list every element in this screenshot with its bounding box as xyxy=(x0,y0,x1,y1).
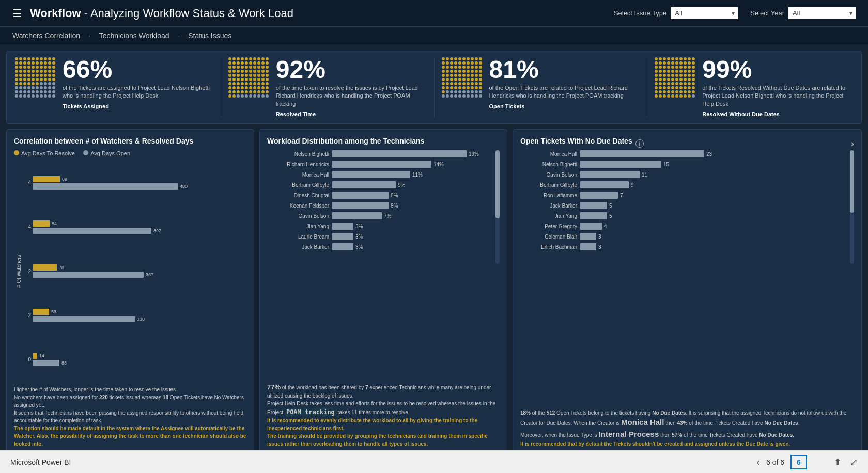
kpi-dot xyxy=(467,86,470,89)
right-bar-label-3: Bertram Gilfoyle xyxy=(520,182,577,188)
kpi-dot xyxy=(462,78,466,81)
kpi-dot xyxy=(684,57,687,60)
kpi-dot xyxy=(454,74,457,77)
kpi-dot xyxy=(458,86,461,89)
kpi-dot xyxy=(467,61,470,65)
hamburger-icon[interactable]: ☰ xyxy=(12,7,22,20)
kpi-pct-0: 66% xyxy=(63,57,213,82)
kpi-dot xyxy=(249,57,252,60)
right-scrollbar[interactable] xyxy=(850,150,854,264)
kpi-dot xyxy=(475,61,478,65)
kpi-dot xyxy=(663,74,666,77)
mid-bar-label-1: Richard Hendricks xyxy=(267,162,329,167)
kpi-dot xyxy=(233,70,236,73)
kpi-dot xyxy=(475,90,478,93)
kpi-dot xyxy=(671,82,674,85)
kpi-dot xyxy=(692,86,695,89)
issue-type-select[interactable]: All xyxy=(671,7,738,19)
kpi-dot xyxy=(442,82,445,85)
issue-type-select-wrapper[interactable]: All xyxy=(671,7,738,19)
mid-bar-row-8: Laurie Bream 3% xyxy=(267,233,491,240)
kpi-dot xyxy=(32,66,35,69)
kpi-dot xyxy=(36,74,39,77)
mid-bar-label-5: Keenan Feldspar xyxy=(267,203,329,209)
bar-gray-3 xyxy=(33,316,135,322)
nav-watchers[interactable]: Watchers Correlation xyxy=(12,31,80,40)
kpi-dot xyxy=(23,82,26,85)
kpi-dot xyxy=(257,86,260,89)
kpi-dot xyxy=(27,78,30,81)
right-bar-4 xyxy=(580,192,618,199)
kpi-dot xyxy=(446,86,449,89)
kpi-dot xyxy=(659,78,662,81)
kpi-dot xyxy=(257,57,260,60)
kpi-item-1: 92% of the time taken to resolve the iss… xyxy=(228,57,427,117)
kpi-dot xyxy=(261,70,265,73)
bar-gray-val-2: 367 xyxy=(146,272,158,277)
kpi-dot xyxy=(253,78,256,81)
right-bar-row-4: Ron Laflamme 7 xyxy=(520,192,846,199)
kpi-dot xyxy=(462,61,466,65)
kpi-dot xyxy=(19,94,22,98)
mid-bar-8 xyxy=(332,233,353,240)
mid-bar-val-7: 3% xyxy=(355,224,363,229)
kpi-dot xyxy=(228,86,231,89)
kpi-dot xyxy=(36,61,39,65)
right-bar-wrap-9: 3 xyxy=(580,243,846,250)
kpi-dot xyxy=(688,90,691,93)
kpi-divider-1 xyxy=(434,57,435,117)
right-panel: Open Tickets With No Due Dates i › Monic… xyxy=(513,129,862,450)
kpi-dot xyxy=(671,57,674,60)
mid-bar-wrap-7: 3% xyxy=(332,223,491,230)
kpi-dot xyxy=(228,57,231,60)
kpi-dot xyxy=(684,86,687,89)
kpi-dot xyxy=(675,66,678,69)
kpi-dot xyxy=(462,70,466,73)
bar-group-2: 78 367 xyxy=(33,264,246,278)
kpi-dot xyxy=(446,57,449,60)
kpi-dot xyxy=(245,82,248,85)
info-icon[interactable]: i xyxy=(636,139,644,148)
kpi-dot xyxy=(261,90,265,93)
mid-bar-5 xyxy=(332,202,389,209)
mid-scrollbar[interactable] xyxy=(495,150,500,264)
kpi-dot xyxy=(655,82,658,85)
kpi-dot xyxy=(675,57,678,60)
bar-gold-val-0: 89 xyxy=(62,177,74,182)
kpi-dot xyxy=(667,61,670,65)
bar-gold-row-4: 14 xyxy=(33,353,246,359)
kpi-dot xyxy=(663,57,666,60)
right-bar-label-7: Peter Gregory xyxy=(520,224,577,229)
kpi-dot xyxy=(32,94,35,98)
kpi-dot xyxy=(675,70,678,73)
kpi-dot xyxy=(44,66,47,69)
kpi-dot xyxy=(27,66,30,69)
kpi-dot xyxy=(27,90,30,93)
kpi-dot xyxy=(249,61,252,65)
kpi-dot xyxy=(663,86,666,89)
kpi-dot xyxy=(15,82,18,85)
kpi-dot xyxy=(253,66,256,69)
prev-page-button[interactable]: ‹ xyxy=(756,456,760,468)
kpi-dot xyxy=(462,82,466,85)
kpi-dot xyxy=(237,66,240,69)
nav-status[interactable]: Status Issues xyxy=(188,31,231,40)
mid-highlight2: The training should be provided by group… xyxy=(267,433,488,447)
kpi-dot xyxy=(228,74,231,77)
kpi-dot xyxy=(15,66,18,69)
year-select[interactable]: All xyxy=(788,7,856,19)
year-select-wrapper[interactable]: All xyxy=(788,7,856,19)
kpi-dot xyxy=(692,57,695,60)
kpi-dot xyxy=(241,86,244,89)
expand-icon[interactable]: ⤢ xyxy=(850,456,858,468)
share-icon[interactable]: ⬆ xyxy=(834,456,842,468)
nav-technicians[interactable]: Technicians Workload xyxy=(99,31,169,40)
chevron-right-icon[interactable]: › xyxy=(851,138,854,149)
kpi-dot xyxy=(15,61,18,65)
kpi-dot xyxy=(692,61,695,65)
kpi-dot xyxy=(458,57,461,60)
kpi-dot xyxy=(36,90,39,93)
kpi-dot xyxy=(688,94,691,98)
mid-bar-label-0: Nelson Bighetti xyxy=(267,151,329,157)
kpi-dot xyxy=(454,94,457,98)
